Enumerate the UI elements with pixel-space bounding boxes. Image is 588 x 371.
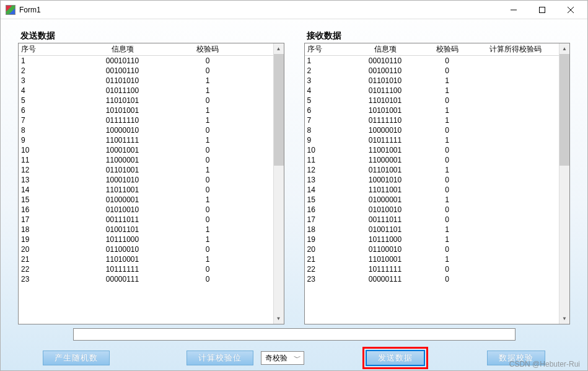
message-input[interactable] <box>73 328 516 341</box>
send-data-button[interactable]: 发送数据 <box>366 351 424 365</box>
table-row[interactable]: 2001001100 <box>305 66 559 76</box>
scroll-up-button[interactable]: ▲ <box>559 43 569 54</box>
cell-info: 10001010 <box>348 176 423 184</box>
table-row[interactable]: 12011010011 <box>305 165 559 175</box>
cell-info: 01010010 <box>348 205 423 214</box>
maximize-button[interactable] <box>528 1 556 19</box>
cell-check: 1 <box>170 235 245 244</box>
table-row[interactable]: 15010000011 <box>19 195 273 205</box>
table-row[interactable]: 6101010011 <box>305 105 559 115</box>
cell-index: 21 <box>19 255 74 264</box>
cell-info: 01100010 <box>74 245 170 254</box>
table-row[interactable]: 11110000010 <box>305 155 559 165</box>
table-row[interactable]: 23000001110 <box>305 274 559 284</box>
table-row[interactable]: 19101110001 <box>305 235 559 244</box>
table-row[interactable]: 22101111110 <box>19 264 273 274</box>
table-row[interactable]: 8100000100 <box>19 125 273 135</box>
table-row[interactable]: 1000101100 <box>19 56 273 66</box>
table-row[interactable]: 16010100100 <box>305 205 559 215</box>
cell-index: 6 <box>19 106 74 115</box>
cell-check: 0 <box>423 66 472 75</box>
cell-index: 12 <box>305 166 348 174</box>
cell-index: 5 <box>19 96 74 105</box>
table-row[interactable]: 22101111110 <box>305 264 559 274</box>
table-row[interactable]: 5110101010 <box>19 96 273 105</box>
send-scrollbar[interactable]: ▲ ▼ <box>273 43 284 324</box>
cell-info: 01011100 <box>348 86 423 95</box>
table-row[interactable]: 8100000100 <box>305 125 559 135</box>
close-button[interactable] <box>556 1 585 19</box>
cell-check: 1 <box>423 255 472 264</box>
scroll-down-button[interactable]: ▼ <box>559 313 569 324</box>
recv-header-index[interactable]: 序号 <box>305 44 348 55</box>
scroll-up-button[interactable]: ▲ <box>274 43 284 54</box>
recv-header-check[interactable]: 校验码 <box>423 44 472 55</box>
cell-info: 10111111 <box>74 265 170 274</box>
table-row[interactable]: 20011000100 <box>305 244 559 254</box>
table-row[interactable]: 20011000100 <box>19 244 273 254</box>
table-row[interactable]: 3011010101 <box>19 76 273 86</box>
scroll-track[interactable] <box>559 54 569 313</box>
cell-info: 11000001 <box>348 156 423 164</box>
table-row[interactable]: 1000101100 <box>305 56 559 66</box>
table-row[interactable]: 17001110110 <box>305 215 559 225</box>
table-row[interactable]: 15010000011 <box>305 195 559 205</box>
recv-header-info[interactable]: 信息项 <box>348 44 423 55</box>
table-row[interactable]: 19101110001 <box>19 235 273 244</box>
table-row[interactable]: 4010111001 <box>19 86 273 96</box>
table-row[interactable]: 3011010101 <box>305 76 559 86</box>
parity-combo[interactable]: 奇校验 ﹀ <box>261 351 304 365</box>
recv-scrollbar[interactable]: ▲ ▼ <box>559 43 569 324</box>
cell-check: 0 <box>170 176 245 184</box>
table-row[interactable]: 21110100011 <box>305 254 559 264</box>
recv-listview[interactable]: 序号 信息项 校验码 计算所得校验码 100010110020010011003… <box>304 43 571 324</box>
table-row[interactable]: 11110000010 <box>19 155 273 165</box>
table-row[interactable]: 13100010100 <box>305 175 559 185</box>
cell-check: 0 <box>423 205 472 214</box>
send-header-info[interactable]: 信息项 <box>74 44 170 55</box>
send-header-index[interactable]: 序号 <box>19 44 74 55</box>
table-row[interactable]: 7011111101 <box>305 115 559 125</box>
cell-check: 0 <box>170 215 245 224</box>
table-row[interactable]: 16010100100 <box>19 205 273 215</box>
table-row[interactable]: 13100010100 <box>19 175 273 185</box>
table-row[interactable]: 4010111001 <box>305 86 559 96</box>
cell-check: 0 <box>423 215 472 224</box>
table-row[interactable]: 6101010011 <box>19 105 273 115</box>
cell-info: 10001001 <box>74 146 170 154</box>
send-header-check[interactable]: 校验码 <box>170 44 245 55</box>
scroll-down-button[interactable]: ▼ <box>274 313 284 324</box>
table-row[interactable]: 9110011111 <box>19 135 273 145</box>
table-row[interactable]: 18010011011 <box>19 225 273 235</box>
cell-check: 0 <box>170 56 245 65</box>
cell-check: 0 <box>423 126 472 135</box>
cell-index: 4 <box>305 86 348 95</box>
scroll-thumb[interactable] <box>274 54 284 166</box>
table-row[interactable]: 10100010010 <box>19 145 273 155</box>
table-row[interactable]: 7011111101 <box>19 115 273 125</box>
send-listview[interactable]: 序号 信息项 校验码 10001011002001001100301101010… <box>18 43 284 324</box>
table-row[interactable]: 12011010011 <box>19 165 273 175</box>
table-row[interactable]: 2001001100 <box>19 66 273 76</box>
scroll-track[interactable] <box>274 54 284 313</box>
cell-info: 01001101 <box>74 225 170 234</box>
calc-check-button[interactable]: 计算校验位 <box>186 351 253 365</box>
cell-info: 01101010 <box>74 76 170 85</box>
table-row[interactable]: 9010111111 <box>305 135 559 145</box>
scroll-thumb[interactable] <box>559 54 569 166</box>
table-row[interactable]: 23000001110 <box>19 274 273 284</box>
cell-check: 0 <box>170 146 245 154</box>
cell-check: 0 <box>423 96 472 105</box>
table-row[interactable]: 10110010010 <box>305 145 559 155</box>
table-row[interactable]: 17001110110 <box>19 215 273 225</box>
table-row[interactable]: 18010011011 <box>305 225 559 235</box>
table-row[interactable]: 14110110010 <box>19 185 273 195</box>
table-row[interactable]: 14110110010 <box>305 185 559 195</box>
table-row[interactable]: 5110101010 <box>305 96 559 105</box>
titlebar[interactable]: Form1 <box>1 1 587 19</box>
table-row[interactable]: 21110100011 <box>19 254 273 264</box>
recv-header-calc[interactable]: 计算所得校验码 <box>472 44 559 55</box>
generate-random-button[interactable]: 产生随机数 <box>43 351 110 365</box>
minimize-button[interactable] <box>499 1 528 19</box>
cell-check: 0 <box>170 96 245 105</box>
